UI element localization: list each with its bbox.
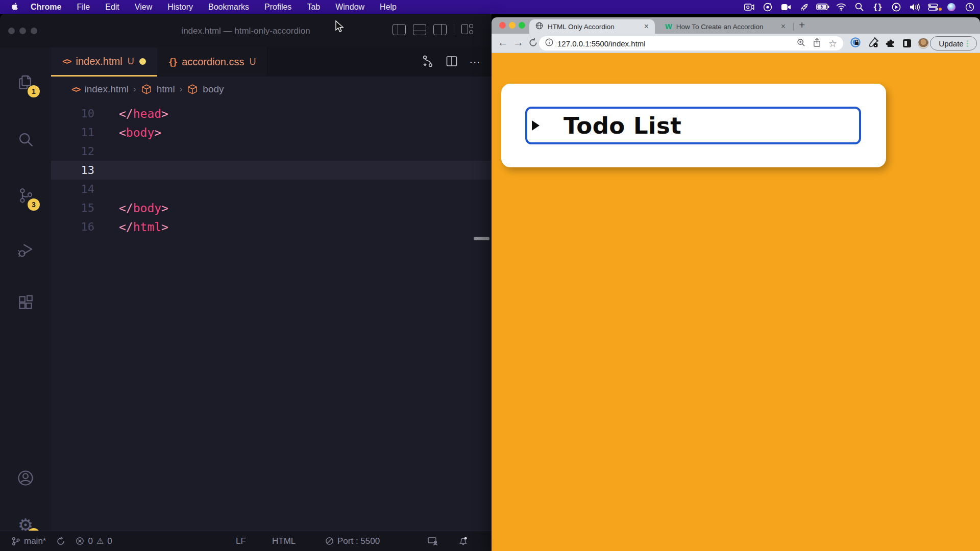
browser-tab-inactive[interactable]: W How To Create an Accordion × (660, 19, 791, 34)
update-chrome-button[interactable]: Update (930, 36, 977, 51)
toggle-primary-sidebar-icon[interactable] (393, 24, 406, 35)
screen-record-icon[interactable] (744, 2, 754, 12)
globe-favicon-icon (535, 22, 543, 32)
sidebar-item-source-control[interactable]: 3 (0, 176, 51, 215)
menu-bookmarks[interactable]: Bookmarks (201, 3, 257, 12)
toggle-secondary-sidebar-icon[interactable] (433, 24, 447, 35)
todo-accordion-summary[interactable]: Todo List (525, 107, 861, 144)
window-zoom-button[interactable] (519, 22, 525, 29)
sidebar-item-run-debug[interactable] (0, 230, 51, 269)
site-info-icon[interactable] (545, 38, 553, 48)
back-button[interactable]: ← (498, 36, 508, 48)
unsaved-dot-icon[interactable] (139, 58, 146, 65)
toggle-panel-icon[interactable] (413, 24, 426, 35)
dark-mode-extension-icon[interactable] (903, 39, 911, 47)
menu-edit[interactable]: Edit (97, 3, 127, 12)
window-minimize-button[interactable] (509, 22, 516, 29)
code-line-10[interactable]: 10</head> (51, 104, 492, 123)
code-editor[interactable]: 10</head>11<body>12131415</body>16</html… (51, 104, 492, 531)
braces-icon[interactable]: {} (872, 2, 883, 12)
language-mode[interactable]: HTML (272, 531, 296, 551)
bookmark-star-icon[interactable]: ☆ (828, 38, 837, 49)
code-line-16[interactable]: 16</html> (51, 217, 492, 236)
tab-close-icon[interactable]: × (644, 22, 649, 31)
menubar-status-icons: {} (744, 0, 975, 14)
extensions-puzzle-icon[interactable] (886, 37, 896, 50)
breadcrumb-node[interactable]: body (203, 84, 224, 95)
live-share-icon[interactable] (428, 531, 438, 551)
volume-icon[interactable] (909, 2, 920, 12)
record-circle-icon[interactable] (762, 2, 773, 12)
window-close-button[interactable] (499, 22, 506, 29)
address-bar[interactable]: 127.0.0.1:5500/index.html ☆ (539, 36, 843, 51)
profile-avatar[interactable] (918, 38, 929, 49)
menu-file[interactable]: File (69, 3, 97, 12)
tab-accordion-css[interactable]: {} accordion.css U (157, 47, 268, 77)
breadcrumb-file[interactable]: index.html (84, 84, 129, 95)
menu-profiles[interactable]: Profiles (257, 3, 299, 12)
line-number: 14 (51, 183, 94, 195)
breadcrumb-node[interactable]: html (157, 84, 175, 95)
tab-title: How To Create an Accordion (676, 23, 777, 31)
warning-count: 0 (107, 536, 112, 546)
privacy-extension-icon[interactable] (850, 37, 861, 50)
git-branch-item[interactable]: main* (6, 531, 51, 551)
tab-title: HTML Only Accordion (548, 23, 640, 31)
sidebar-item-search[interactable] (0, 120, 51, 159)
sidebar-item-extensions[interactable] (0, 283, 51, 322)
search-icon[interactable] (854, 2, 865, 12)
warning-icon: ⚠ (96, 536, 104, 546)
tab-divider (793, 23, 794, 31)
eyedropper-extension-icon[interactable] (868, 37, 879, 50)
line-number: 13 (51, 164, 94, 177)
problems-item[interactable]: 0 ⚠ 0 (70, 531, 117, 551)
battery-icon[interactable] (817, 2, 828, 12)
play-circle-icon[interactable] (891, 2, 901, 12)
sidebar-item-accounts[interactable] (0, 459, 51, 497)
menu-help[interactable]: Help (372, 3, 404, 12)
web-page: Todo List (492, 53, 980, 551)
clock-icon[interactable] (964, 2, 975, 12)
notifications-bell-icon[interactable] (458, 531, 468, 551)
editor-actions: ⋯ (421, 47, 481, 77)
menu-window[interactable]: Window (328, 3, 372, 12)
code-line-11[interactable]: 11<body> (51, 123, 492, 142)
mic-in-use-dot (939, 8, 942, 11)
code-line-13[interactable]: 13 (51, 161, 492, 180)
url-text[interactable]: 127.0.0.1:5500/index.html (557, 39, 797, 48)
open-changes-icon[interactable] (421, 55, 434, 70)
vscode-window: index.html — html-only-accordion 1 3 (0, 14, 492, 551)
menu-tab[interactable]: Tab (299, 3, 328, 12)
rocket-icon[interactable] (799, 2, 810, 12)
menu-chrome[interactable]: Chrome (23, 3, 69, 12)
forward-button[interactable]: → (513, 36, 524, 48)
wifi-icon[interactable] (836, 2, 846, 12)
code-line-15[interactable]: 15</body> (51, 198, 492, 217)
eol-indicator[interactable]: LF (236, 531, 246, 551)
split-editor-icon[interactable] (446, 55, 458, 69)
video-camera-icon[interactable] (780, 2, 791, 12)
code-line-12[interactable]: 12 (51, 142, 492, 161)
apple-logo-icon[interactable] (11, 3, 19, 11)
customize-layout-icon[interactable] (461, 24, 474, 35)
chrome-window: HTML Only Accordion × W How To Create an… (492, 17, 980, 551)
browser-tab-active[interactable]: HTML Only Accordion × (529, 19, 655, 34)
menu-history[interactable]: History (160, 3, 201, 12)
more-actions-icon[interactable]: ⋯ (469, 56, 481, 69)
menu-view[interactable]: View (127, 3, 160, 12)
new-tab-button[interactable]: + (799, 19, 805, 31)
sync-changes-item[interactable] (51, 531, 70, 551)
reload-button[interactable] (528, 38, 538, 50)
tab-index-html[interactable]: <> index.html U (51, 47, 157, 77)
w3schools-favicon-icon: W (665, 22, 672, 31)
sidebar-item-explorer[interactable]: 1 (0, 63, 51, 102)
live-server-port[interactable]: Port : 5500 (325, 531, 380, 551)
scrollbar-thumb[interactable] (474, 237, 489, 240)
share-icon[interactable] (813, 38, 821, 49)
tab-close-icon[interactable]: × (781, 22, 786, 31)
zoom-icon[interactable] (797, 38, 805, 49)
vscode-title-bar[interactable]: index.html — html-only-accordion (0, 14, 492, 47)
control-center-icon[interactable] (927, 2, 938, 12)
siri-icon[interactable] (946, 2, 957, 12)
code-line-14[interactable]: 14 (51, 180, 492, 198)
